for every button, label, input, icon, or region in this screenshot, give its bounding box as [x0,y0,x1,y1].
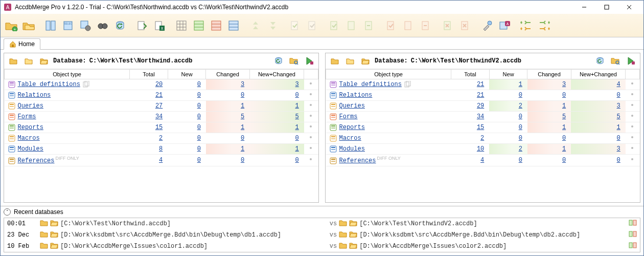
row-menu-icon[interactable] [630,81,635,88]
object-type-link[interactable]: Queries [339,102,365,110]
table-row[interactable]: Macros2000 [326,133,640,144]
new-link[interactable]: 2 [519,102,522,110]
object-type-link[interactable]: Reports [339,124,365,131]
table-row[interactable]: Modules8011 [5,144,318,155]
close-button[interactable] [618,1,640,14]
right-th-type[interactable]: Object type [326,70,451,79]
new-link[interactable]: 0 [197,102,201,110]
object-type-link[interactable]: Queries [18,102,43,110]
table-row[interactable]: Reports15011 [326,122,640,133]
sheet-check-1-button[interactable] [287,18,303,33]
object-type-link[interactable]: References [339,157,376,164]
export-xls-button[interactable]: X [152,18,167,33]
total-link[interactable]: 29 [477,102,484,110]
row-menu-icon[interactable] [630,135,635,142]
total-link[interactable]: 10 [477,145,484,153]
total-link[interactable]: 15 [155,124,163,131]
total-link[interactable]: 4 [480,157,484,164]
total-link[interactable]: 21 [155,92,163,99]
total-link[interactable]: 34 [155,113,163,120]
changed-link[interactable]: 0 [241,157,244,164]
left-th-type[interactable]: Object type [5,70,130,79]
table-row[interactable]: Queries29213 [326,101,640,112]
folder-icon[interactable] [40,230,48,240]
new-link[interactable]: 2 [519,145,522,153]
new-link[interactable]: 0 [519,124,522,131]
newchanged-link[interactable]: 1 [295,145,299,153]
export-button[interactable] [134,18,150,33]
folder-open-icon[interactable] [349,219,357,228]
row-menu-icon[interactable] [630,92,635,99]
copy-icon[interactable] [82,81,89,88]
right-browse-icon[interactable] [344,55,356,67]
right-th-changed[interactable]: Changed [527,70,571,79]
changed-link[interactable]: 1 [241,145,244,153]
new-link[interactable]: 0 [197,113,201,120]
total-link[interactable]: 8 [159,145,163,153]
new-link[interactable]: 0 [197,92,201,99]
newchanged-link[interactable]: 5 [617,113,620,120]
object-type-link[interactable]: Modules [18,145,43,153]
folder-open-icon[interactable] [50,219,58,228]
newchanged-link[interactable]: 0 [617,92,620,99]
table-row[interactable]: ReferencesDIFF ONLY4000 [326,155,640,166]
left-th-changed[interactable]: Changed [206,70,249,79]
folder-icon[interactable] [339,230,347,240]
object-type-link[interactable]: Table definitions [18,81,80,88]
folder-icon[interactable] [40,242,48,251]
grid-green-button[interactable] [191,18,206,33]
compare-icon[interactable] [629,242,637,251]
open-pair-button[interactable] [21,18,36,33]
recent-row[interactable]: 10 Feb [D:\Work\AccdbMerge\Issues\color1… [4,241,640,252]
sheet-red-2-button[interactable] [401,18,416,33]
nav-up-button[interactable] [248,18,263,33]
left-play-button[interactable] [303,55,315,67]
changed-link[interactable]: 5 [241,113,244,120]
changed-link[interactable]: 0 [562,157,566,164]
changed-link[interactable]: 0 [562,135,566,142]
sheet-green-3-button[interactable] [361,18,377,33]
changed-link[interactable]: 0 [241,135,244,142]
left-th-nc[interactable]: New+Changed [249,70,304,79]
changed-link[interactable]: 3 [562,81,566,88]
left-search-button[interactable] [288,55,300,67]
sheet-red-x-button[interactable] [457,18,473,33]
folder-open-icon[interactable] [50,230,58,240]
grid-red-button[interactable] [209,18,224,33]
newchanged-link[interactable]: 1 [295,102,299,110]
binoculars-button[interactable] [95,18,110,33]
total-link[interactable]: 15 [477,124,484,131]
folder-icon[interactable] [40,219,48,228]
newchanged-link[interactable]: 1 [617,124,620,131]
db-refresh-button[interactable] [112,18,128,33]
object-type-link[interactable]: Macros [18,135,40,142]
row-menu-icon[interactable] [630,157,635,164]
changed-link[interactable]: 1 [562,145,566,153]
right-th-nc[interactable]: New+Changed [571,70,626,79]
changed-link[interactable]: 1 [562,124,566,131]
object-type-link[interactable]: Reports [18,124,43,131]
folder-open-icon[interactable] [50,242,58,251]
table-row[interactable]: Relations21000 [5,90,318,101]
changed-link[interactable]: 1 [241,102,244,110]
newchanged-link[interactable]: 4 [617,81,620,88]
new-link[interactable]: 0 [197,81,201,88]
table-row[interactable]: Forms34055 [326,112,640,122]
right-refresh-button[interactable] [594,55,606,67]
grid-blue-button[interactable] [226,18,241,33]
settings-grid-button[interactable] [78,18,93,33]
right-play-button[interactable] [625,55,637,67]
folder-open-icon[interactable] [349,230,357,240]
row-menu-icon[interactable] [630,124,635,131]
right-open-icon[interactable] [359,55,372,67]
new-link[interactable]: 1 [519,81,522,88]
access-grid-button[interactable]: A [497,18,512,33]
grid-1-button[interactable] [43,18,58,33]
left-refresh-button[interactable] [272,55,285,67]
changed-link[interactable]: 0 [241,92,244,99]
object-type-link[interactable]: Table definitions [339,81,402,88]
table-row[interactable]: Table definitions20033 [5,79,318,90]
changed-link[interactable]: 0 [562,92,566,99]
nav-down-button[interactable] [265,18,281,33]
table-row[interactable]: Modules10213 [326,144,640,155]
